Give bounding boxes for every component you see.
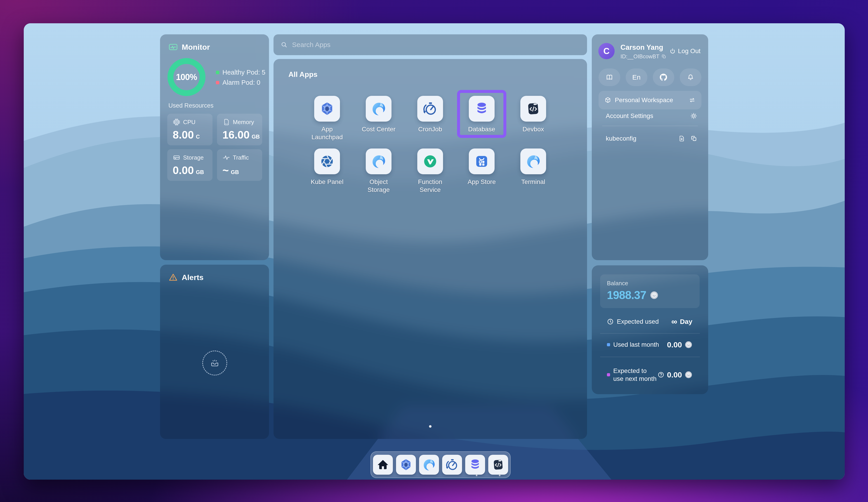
app-store-icon bbox=[474, 154, 489, 169]
kube-panel-tile[interactable] bbox=[314, 148, 340, 174]
used-resources-title: Used Resources bbox=[168, 102, 214, 109]
memory-label: Memory bbox=[233, 119, 254, 126]
expected-used-label: Expected used bbox=[617, 318, 659, 325]
coin-icon bbox=[685, 341, 692, 348]
logout-button[interactable]: Log Out bbox=[670, 48, 701, 55]
bell-icon bbox=[687, 74, 694, 81]
terminal-tile[interactable] bbox=[520, 148, 546, 174]
app-store-tile[interactable] bbox=[469, 148, 495, 174]
kubeconfig-label: kubeconfig bbox=[606, 135, 636, 142]
app-label: Devbox bbox=[514, 125, 553, 133]
legend-alarm-pod: Alarm Pod: 0 bbox=[216, 79, 265, 86]
dock-cost-center-button[interactable] bbox=[419, 455, 439, 475]
clock-icon bbox=[607, 318, 614, 325]
cronjob-icon bbox=[446, 458, 458, 471]
github-icon bbox=[660, 74, 667, 81]
dock-cronjob-button[interactable] bbox=[442, 455, 462, 475]
expected-next-month-row: Expected to use next month 0.00 bbox=[607, 366, 692, 383]
app-label: Cost Center bbox=[359, 125, 398, 133]
app-object-storage[interactable]: Object Storage bbox=[353, 148, 404, 194]
dock-app-launchpad-button[interactable] bbox=[396, 455, 416, 475]
user-id-row: ID:__OIBcowBT bbox=[620, 53, 666, 60]
app-label: Function Service bbox=[411, 178, 450, 194]
dock-home-button[interactable] bbox=[373, 455, 393, 475]
cost-center-tile[interactable] bbox=[366, 96, 392, 122]
account-settings-row[interactable]: Account Settings bbox=[599, 109, 701, 123]
avatar-initial: C bbox=[603, 46, 609, 56]
workspace-switcher[interactable]: Personal Workspace bbox=[599, 91, 701, 109]
pod-health-percent: 100% bbox=[176, 72, 197, 82]
app-cost-center[interactable]: Cost Center bbox=[353, 96, 404, 133]
app-database[interactable]: Database bbox=[456, 96, 507, 133]
memory-value: 16.00 bbox=[223, 129, 249, 141]
monitor-panel: Monitor 100% Healthy Pod: 5 Alarm Pod: 0… bbox=[160, 34, 269, 260]
devbox-tile[interactable] bbox=[520, 96, 546, 122]
download-kubeconfig-icon[interactable] bbox=[678, 135, 685, 142]
dock-database-button[interactable] bbox=[465, 455, 485, 475]
logout-label: Log Out bbox=[678, 48, 701, 55]
docs-button[interactable] bbox=[599, 69, 620, 86]
search-bar[interactable] bbox=[273, 34, 587, 55]
app-launchpad-tile[interactable] bbox=[314, 96, 340, 122]
page-indicator-dot[interactable] bbox=[429, 425, 432, 428]
memory-unit: GB bbox=[251, 134, 260, 140]
cronjob-tile[interactable] bbox=[417, 96, 443, 122]
divider bbox=[600, 357, 700, 357]
balance-box: Balance 1988.37 bbox=[600, 274, 700, 308]
object-storage-icon bbox=[371, 154, 386, 169]
function-service-tile[interactable] bbox=[417, 148, 443, 174]
app-label: CronJob bbox=[411, 125, 450, 133]
traffic-unit: GB bbox=[231, 169, 239, 175]
copy-id-icon[interactable] bbox=[661, 54, 666, 59]
cpu-card: CPU 8.00 C bbox=[167, 114, 213, 145]
memory-icon bbox=[223, 118, 230, 126]
github-button[interactable] bbox=[653, 69, 674, 86]
kubeconfig-row: kubeconfig bbox=[599, 132, 701, 145]
app-label: Object Storage bbox=[359, 178, 398, 194]
dock-devbox-button[interactable] bbox=[488, 455, 508, 475]
notifications-button[interactable] bbox=[680, 69, 701, 86]
used-last-month-value: 0.00 bbox=[667, 341, 682, 349]
question-icon[interactable] bbox=[658, 372, 664, 378]
app-terminal[interactable]: Terminal bbox=[507, 148, 559, 186]
app-launchpad-icon bbox=[400, 458, 412, 471]
app-label: Database bbox=[462, 125, 501, 133]
cost-center-icon bbox=[423, 458, 435, 471]
gear-icon[interactable] bbox=[690, 112, 698, 119]
app-app-launchpad[interactable]: App Launchpad bbox=[301, 96, 353, 141]
alarm-swatch bbox=[216, 81, 219, 84]
expected-next-month-value: 0.00 bbox=[667, 370, 682, 379]
language-button[interactable]: En bbox=[626, 69, 648, 86]
dock bbox=[371, 451, 510, 478]
database-icon bbox=[469, 458, 482, 471]
app-cronjob[interactable]: CronJob bbox=[404, 96, 456, 133]
screen: { "monitor": { "title": "Monitor", "heal… bbox=[0, 0, 868, 502]
cube-icon bbox=[604, 97, 611, 104]
search-input[interactable] bbox=[292, 41, 580, 49]
expected-next-month-bullet bbox=[607, 373, 610, 376]
app-devbox[interactable]: Devbox bbox=[507, 96, 559, 133]
app-app-store[interactable]: App Store bbox=[456, 148, 507, 186]
avatar[interactable]: C bbox=[598, 43, 614, 59]
storage-value: 0.00 bbox=[173, 164, 194, 177]
billing-panel: Balance 1988.37 Expected used ∞ Day bbox=[592, 265, 708, 394]
app-function-service[interactable]: Function Service bbox=[404, 148, 456, 194]
devbox-icon bbox=[526, 102, 540, 116]
database-tile[interactable] bbox=[469, 96, 495, 122]
all-apps-panel: All Apps App Launchpad Cost Center CronJ… bbox=[273, 59, 587, 439]
book-icon bbox=[606, 74, 613, 81]
switch-workspace-icon bbox=[689, 97, 695, 104]
alerts-header: Alerts bbox=[169, 273, 204, 282]
all-apps-title: All Apps bbox=[288, 70, 318, 79]
alerts-panel: Alerts bbox=[160, 265, 269, 439]
cpu-value: 8.00 bbox=[173, 129, 194, 141]
kube-panel-icon bbox=[320, 154, 334, 169]
search-icon bbox=[281, 41, 288, 48]
object-storage-tile[interactable] bbox=[366, 148, 392, 174]
cpu-icon bbox=[173, 118, 180, 126]
copy-kubeconfig-icon[interactable] bbox=[691, 135, 698, 142]
traffic-icon bbox=[223, 154, 230, 161]
cost-center-icon bbox=[371, 102, 386, 116]
app-kube-panel[interactable]: Kube Panel bbox=[301, 148, 353, 186]
app-launchpad-icon bbox=[320, 102, 334, 116]
